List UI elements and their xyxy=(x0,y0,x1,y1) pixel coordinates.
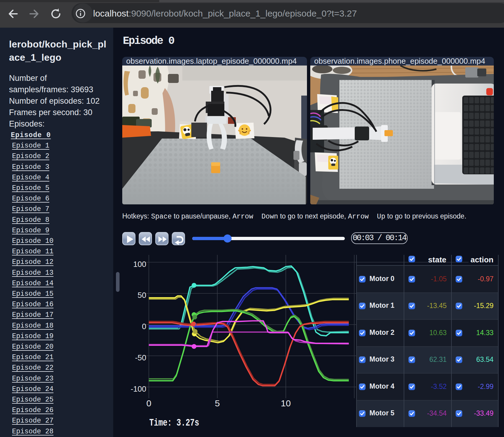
svg-text:10: 10 xyxy=(281,398,291,408)
svg-text:100: 100 xyxy=(133,260,146,269)
svg-text:-100: -100 xyxy=(131,384,146,393)
svg-text:Time: 3.27s: Time: 3.27s xyxy=(149,417,199,429)
svg-text:5: 5 xyxy=(215,398,220,408)
svg-text:50: 50 xyxy=(138,291,146,300)
svg-text:-50: -50 xyxy=(135,353,146,362)
svg-text:0: 0 xyxy=(146,398,151,408)
svg-text:0: 0 xyxy=(142,322,146,331)
